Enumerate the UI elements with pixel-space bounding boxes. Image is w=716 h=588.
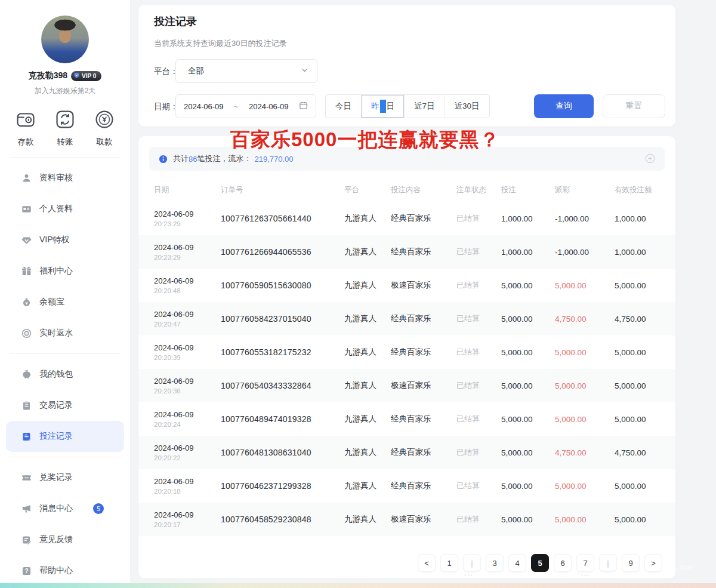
cell-bet-content: 经典百家乐 — [391, 347, 456, 358]
cell-status: 已结算 — [456, 481, 501, 491]
sidebar-item-vip[interactable]: VIP特权 — [6, 224, 124, 255]
pagination-page-9[interactable]: 9 — [622, 554, 640, 572]
quick-action-label: 转账 — [57, 137, 73, 147]
sidebar-item-help[interactable]: ?帮助中心 — [6, 555, 124, 583]
table-row: 2024-06-0920:23:291007761266944065536九游真… — [138, 235, 675, 269]
cell-order-number: 1007760553182175232 — [221, 347, 344, 357]
bottom-gradient-strip — [0, 583, 716, 588]
bet-time: 20:20:22 — [154, 454, 221, 461]
table-row: 2024-06-0920:20:181007760462371299328九游真… — [138, 469, 675, 503]
sidebar-item-label: 个人资料 — [39, 204, 73, 214]
cell-bet-amount: 1,000.00 — [501, 248, 555, 257]
bet-records-card: 共计 86 笔投注，流水： 219,770.00 日期订单号平台投注内容注单状态… — [138, 136, 675, 578]
calendar-icon — [299, 101, 308, 112]
sidebar-item-welfare[interactable]: 福利中心 — [6, 255, 124, 287]
cell-date: 2024-06-0920:20:24 — [154, 410, 221, 428]
table-row: 2024-06-0920:20:391007760553182175232九游真… — [138, 335, 675, 369]
quick-range-group: 今日昨日近7日近30日 — [325, 94, 490, 118]
withdraw-icon — [93, 108, 116, 133]
sidebar-item-label: 帮助中心 — [39, 565, 73, 576]
sidebar-group: 资料审核个人资料VIP特权福利中心余额宝实时返水 — [0, 162, 130, 349]
summary-prefix: 共计 — [173, 153, 189, 164]
cell-bet-amount: 5,000.00 — [501, 381, 555, 390]
table-row: 2024-06-0920:23:291007761263705661440九游真… — [138, 202, 675, 235]
sidebar: 克孜勒398 VIP 0 加入九游娱乐第2天 存款转账取款 资料审核个人资料VI… — [0, 0, 130, 583]
quick-action-label: 存款 — [18, 137, 34, 147]
quick-action-label: 取款 — [97, 137, 113, 147]
range-last-30-days[interactable]: 近30日 — [445, 95, 489, 118]
pagination: <1|34567|9> — [418, 554, 662, 572]
filter-card: 投注记录 当前系统支持查询最近30日的投注记录 平台： 全部 日期： 2024-… — [138, 5, 675, 127]
cell-bet-content: 极速百家乐 — [391, 280, 456, 291]
sidebar-item-bet-records[interactable]: 投注记录 — [6, 421, 124, 452]
bet-time: 20:20:24 — [154, 421, 221, 428]
cell-status: 已结算 — [456, 414, 501, 424]
sidebar-item-redeem[interactable]: 兑奖记录 — [6, 462, 124, 493]
sidebar-item-wallet[interactable]: 我的钱包 — [6, 359, 124, 390]
pagination-page-6[interactable]: 6 — [554, 554, 572, 572]
platform-selected-value: 全部 — [188, 66, 204, 76]
cell-platform: 九游真人 — [344, 347, 391, 358]
cell-status: 已结算 — [456, 213, 501, 224]
cell-payout: 5,000.00 — [555, 515, 615, 524]
rebate-icon — [21, 328, 32, 338]
cell-valid-amount: 5,000.00 — [615, 482, 660, 491]
platform-select[interactable]: 全部 — [175, 59, 317, 83]
quick-action-withdraw[interactable]: 取款 — [93, 108, 116, 147]
pagination-page-1[interactable]: 1 — [440, 554, 458, 572]
query-button[interactable]: 查询 — [534, 94, 594, 118]
avatar[interactable] — [41, 16, 89, 63]
column-header: 投注内容 — [391, 185, 456, 195]
cell-valid-amount: 4,750.00 — [615, 448, 660, 457]
cell-date: 2024-06-0920:20:22 — [154, 444, 221, 461]
range-today[interactable]: 今日 — [326, 95, 361, 118]
date-separator: ~ — [234, 102, 239, 111]
platform-label: 平台： — [154, 66, 178, 77]
sidebar-item-feedback[interactable]: 意见反馈 — [6, 524, 124, 555]
cell-bet-content: 经典百家乐 — [391, 213, 456, 224]
pagination-page-3[interactable]: 3 — [486, 554, 504, 572]
sidebar-item-rebate[interactable]: 实时返水 — [6, 318, 124, 349]
reset-button[interactable]: 重置 — [603, 94, 665, 118]
bet-date: 2024-06-09 — [154, 210, 221, 218]
pagination-page-5[interactable]: 5 — [531, 554, 549, 572]
bet-time: 20:20:36 — [154, 387, 221, 395]
pagination-ellipsis[interactable]: | — [599, 554, 617, 572]
sidebar-item-label: 我的钱包 — [39, 369, 73, 380]
quick-action-deposit[interactable]: 存款 — [14, 108, 37, 147]
cell-platform: 九游真人 — [344, 213, 391, 224]
column-header: 注单状态 — [456, 185, 501, 195]
table-row: 2024-06-0920:20:241007760489474019328九游真… — [138, 402, 675, 436]
quick-action-transfer[interactable]: 转账 — [54, 108, 76, 147]
cell-bet-content: 极速百家乐 — [391, 514, 456, 525]
divider — [10, 157, 121, 158]
cell-bet-content: 经典百家乐 — [391, 447, 456, 458]
range-label: 昨 — [371, 101, 379, 112]
cell-valid-amount: 5,000.00 — [615, 515, 660, 524]
sidebar-item-message[interactable]: 消息中心5 — [6, 493, 124, 524]
sidebar-item-yuebao[interactable]: 余额宝 — [6, 287, 124, 318]
summary-count: 86 — [189, 155, 197, 164]
transactions-icon — [21, 401, 32, 411]
sidebar-item-audit[interactable]: 资料审核 — [6, 162, 124, 193]
cell-order-number: 1007761266944065536 — [221, 247, 344, 257]
bet-time: 20:20:18 — [154, 488, 221, 495]
plus-circle-icon[interactable] — [645, 153, 655, 164]
cell-order-number: 1007761263705661440 — [221, 214, 344, 223]
date-range-input[interactable]: 2024-06-09 ~ 2024-06-09 — [175, 94, 316, 118]
sidebar-item-transactions[interactable]: 交易记录 — [6, 390, 124, 421]
cell-bet-amount: 5,000.00 — [501, 515, 555, 524]
vip-icon — [21, 235, 32, 245]
range-last-7-days[interactable]: 近7日 — [404, 95, 445, 118]
joined-days-text: 加入九游娱乐第2天 — [0, 86, 130, 96]
pagination-prev[interactable]: < — [418, 554, 436, 572]
pagination-page-4[interactable]: 4 — [508, 554, 526, 572]
sidebar-item-label: 兑奖记录 — [39, 472, 73, 483]
sidebar-item-profile[interactable]: 个人资料 — [6, 193, 124, 224]
range-yesterday[interactable]: 昨日 — [361, 95, 404, 118]
sidebar-item-label: 消息中心 — [39, 503, 73, 514]
cell-payout: 4,750.00 — [555, 448, 615, 457]
cell-platform: 九游真人 — [344, 247, 391, 257]
date-to-value: 2024-06-09 — [249, 102, 289, 111]
cell-bet-amount: 5,000.00 — [501, 348, 555, 357]
